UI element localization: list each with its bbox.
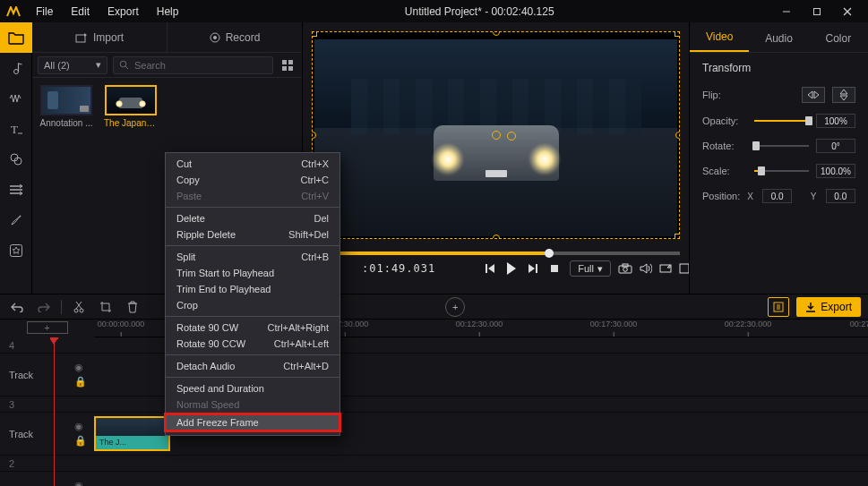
upper-region: T Import: [0, 22, 868, 294]
track-row: Track ◉🔒: [0, 354, 868, 396]
track-index: 4: [9, 340, 16, 351]
strip-effects-button[interactable]: [0, 144, 32, 175]
export-button[interactable]: Export: [796, 297, 861, 317]
context-menu-item[interactable]: DeleteDel: [166, 210, 339, 226]
timeline-settings-button[interactable]: [768, 297, 789, 317]
media-item-label: The Japane...: [104, 118, 158, 128]
context-menu-item[interactable]: Rotate 90 CWCtrl+Alt+Right: [166, 320, 339, 336]
timeline-clip[interactable]: The J...: [94, 416, 170, 451]
context-menu-item[interactable]: Crop: [166, 297, 339, 313]
detach-preview-button[interactable]: [659, 260, 672, 277]
strip-text-button[interactable]: T: [0, 114, 32, 144]
timeline-tracks[interactable]: 4 Track ◉🔒 3 Track ◉🔒: [0, 337, 868, 486]
position-row: Position: X 0.0 Y 0.0: [702, 189, 855, 203]
context-menu-item[interactable]: Trim Start to Playhead: [166, 265, 339, 281]
record-button[interactable]: Record: [168, 22, 302, 52]
media-search-input[interactable]: Search: [113, 56, 273, 74]
media-item-label: Annotation ...: [39, 118, 93, 128]
context-menu-item[interactable]: Add Freeze Frame: [166, 414, 339, 431]
eye-icon[interactable]: ◉: [74, 480, 87, 486]
lock-icon[interactable]: 🔒: [74, 435, 87, 447]
window-close-button[interactable]: [832, 0, 863, 22]
tab-video[interactable]: Video: [690, 23, 749, 52]
preview-panel: :01:49.031 Full▾: [303, 22, 689, 294]
strip-pen-button[interactable]: [0, 205, 32, 235]
add-marker-button[interactable]: +: [445, 297, 465, 317]
strip-audio-wave-button[interactable]: [0, 83, 32, 114]
context-menu-separator: [166, 207, 339, 208]
zoom-dropdown[interactable]: Full▾: [570, 260, 611, 277]
context-menu-item[interactable]: Speed and Duration: [166, 380, 339, 396]
lock-icon[interactable]: 🔒: [74, 376, 87, 388]
next-frame-button[interactable]: [525, 260, 541, 277]
scale-slider[interactable]: [754, 170, 809, 172]
redo-button[interactable]: [34, 298, 54, 316]
crop-tool[interactable]: [96, 298, 116, 316]
context-menu-item[interactable]: CopyCtrl+C: [166, 172, 339, 188]
window-maximize-button[interactable]: [802, 0, 832, 22]
rotate-value[interactable]: 0°: [816, 139, 855, 153]
undo-button[interactable]: [7, 298, 27, 316]
timeline-toolbar: + Export: [0, 294, 868, 320]
flip-vertical-button[interactable]: [832, 87, 855, 103]
svg-point-4: [13, 70, 18, 74]
scale-value[interactable]: 100.0%: [816, 164, 855, 178]
opacity-slider[interactable]: [754, 120, 809, 122]
menu-export[interactable]: Export: [99, 2, 148, 21]
view-grid-button[interactable]: [279, 56, 296, 74]
menu-bar: File Edit Export Help: [5, 2, 187, 21]
context-menu[interactable]: CutCtrl+XCopyCtrl+CPasteCtrl+VDeleteDelR…: [165, 152, 340, 436]
opacity-value[interactable]: 100%: [816, 114, 855, 128]
media-item[interactable]: The Japane...: [104, 85, 158, 128]
snapshot-button[interactable]: [618, 260, 632, 277]
timeline-panel: + Export + 00:00:00.000 00:07:30.000 00:…: [0, 294, 868, 486]
playhead[interactable]: [54, 337, 55, 486]
delete-button[interactable]: [123, 298, 142, 316]
menu-edit[interactable]: Edit: [62, 2, 99, 21]
flip-label: Flip:: [702, 90, 747, 100]
strip-music-button[interactable]: [0, 53, 32, 83]
titlebar: File Edit Export Help Untitled Project* …: [0, 0, 868, 22]
strip-transitions-button[interactable]: [0, 175, 32, 205]
record-icon: [210, 32, 220, 43]
preview-canvas[interactable]: [312, 31, 680, 239]
tab-audio[interactable]: Audio: [749, 25, 808, 52]
context-menu-item[interactable]: Rotate 90 CCWCtrl+Alt+Left: [166, 336, 339, 352]
context-menu-item[interactable]: CutCtrl+X: [166, 156, 339, 172]
window-minimize-button[interactable]: [771, 0, 802, 22]
eye-icon[interactable]: ◉: [74, 362, 87, 373]
context-menu-item[interactable]: Trim End to Playhead: [166, 281, 339, 297]
strip-favorites-button[interactable]: [0, 235, 32, 266]
context-menu-separator: [166, 377, 339, 378]
context-menu-item[interactable]: SplitCtrl+B: [166, 249, 339, 265]
track-header-row: 4: [0, 337, 868, 354]
media-filter-dropdown[interactable]: All (2) ▾: [38, 56, 107, 74]
position-y-value[interactable]: 0.0: [826, 189, 855, 203]
svg-rect-26: [680, 264, 689, 273]
menu-help[interactable]: Help: [148, 2, 188, 21]
stop-button[interactable]: [546, 260, 563, 277]
media-item[interactable]: Annotation ...: [39, 85, 93, 128]
prev-frame-button[interactable]: [482, 260, 498, 277]
strip-media-button[interactable]: [0, 22, 32, 53]
volume-button[interactable]: [640, 260, 652, 277]
svg-rect-17: [282, 66, 287, 71]
import-label: Import: [93, 31, 124, 44]
flip-horizontal-button[interactable]: [802, 87, 825, 103]
context-menu-item: PasteCtrl+V: [166, 188, 339, 204]
context-menu-item[interactable]: Detach AudioCtrl+Alt+D: [166, 358, 339, 374]
add-track-button[interactable]: +: [27, 321, 68, 334]
position-x-value[interactable]: 0.0: [762, 189, 792, 203]
import-button[interactable]: Import: [32, 22, 167, 52]
context-menu-item[interactable]: Ripple DeleteShift+Del: [166, 226, 339, 243]
tab-color[interactable]: Color: [809, 25, 868, 52]
x-label: X: [747, 192, 753, 201]
svg-rect-15: [282, 60, 287, 64]
menu-file[interactable]: File: [27, 2, 62, 21]
rotate-slider[interactable]: [754, 145, 809, 147]
preview-controls: :01:49.031 Full▾: [312, 255, 680, 282]
svg-rect-19: [486, 264, 487, 273]
eye-icon[interactable]: ◉: [74, 421, 87, 432]
split-tool[interactable]: [69, 298, 89, 316]
play-button[interactable]: [503, 260, 520, 277]
